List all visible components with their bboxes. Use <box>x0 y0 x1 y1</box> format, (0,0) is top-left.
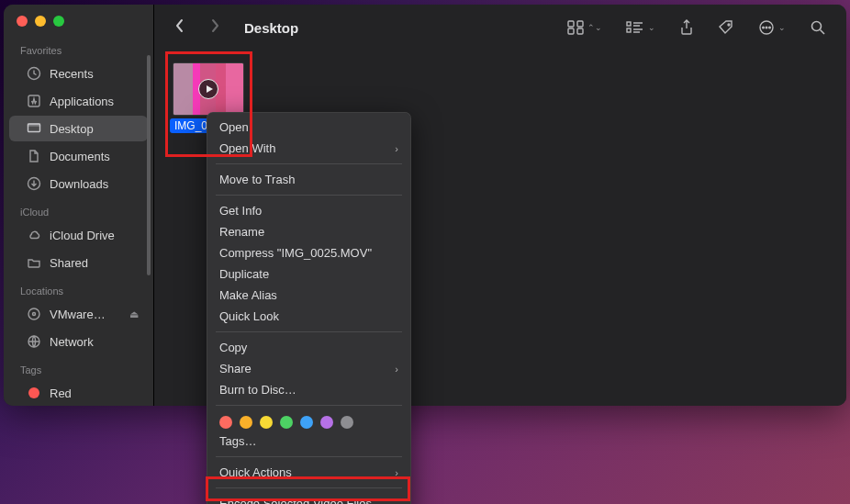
menu-make-alias[interactable]: Make Alias <box>207 285 411 306</box>
context-menu: Open Open With› Move to Trash Get Info R… <box>207 112 411 504</box>
sidebar-item-tag-red[interactable]: Red <box>9 380 148 406</box>
menu-compress[interactable]: Compress "IMG_0025.MOV" <box>207 242 411 263</box>
svg-point-15 <box>760 21 773 34</box>
download-icon <box>26 175 42 192</box>
toolbar: Desktop ⌃⌄ ⌄ ⌄ <box>154 5 846 50</box>
svg-point-0 <box>28 68 40 80</box>
back-button[interactable] <box>169 16 191 40</box>
menu-burn[interactable]: Burn to Disc… <box>207 379 411 400</box>
menu-tags[interactable]: Tags… <box>207 431 411 452</box>
svg-point-4 <box>28 178 40 190</box>
menu-separator <box>216 487 402 488</box>
sidebar-item-recents[interactable]: Recents <box>9 61 148 86</box>
tag-color-swatch[interactable] <box>300 416 313 429</box>
share-button[interactable] <box>674 16 699 39</box>
tag-color-swatch[interactable] <box>240 416 252 429</box>
tag-color-swatch[interactable] <box>260 416 273 429</box>
menu-separator <box>216 163 402 164</box>
sidebar-item-label: Red <box>50 386 72 400</box>
window-controls <box>4 12 153 36</box>
clock-icon <box>26 65 42 82</box>
menu-rename[interactable]: Rename <box>207 221 411 242</box>
chevron-updown-icon: ⌃⌄ <box>587 23 602 32</box>
menu-copy[interactable]: Copy <box>207 337 411 358</box>
tags-button[interactable] <box>712 16 740 39</box>
tag-color-swatch[interactable] <box>219 416 232 429</box>
folder-shared-icon <box>26 254 42 271</box>
more-button[interactable]: ⌄ <box>753 16 791 39</box>
finder-window: Favorites Recents Applications Desktop D… <box>4 5 846 406</box>
svg-rect-2 <box>28 124 40 132</box>
menu-tag-colors <box>207 410 411 431</box>
tag-color-swatch[interactable] <box>341 416 353 429</box>
view-mode-button[interactable]: ⌃⌄ <box>562 17 608 39</box>
sidebar-item-network[interactable]: Network <box>9 329 148 354</box>
menu-get-info[interactable]: Get Info <box>207 200 411 221</box>
cloud-icon <box>26 227 42 243</box>
forward-button[interactable] <box>204 16 226 40</box>
menu-share[interactable]: Share› <box>207 358 411 379</box>
search-button[interactable] <box>804 16 832 39</box>
svg-rect-9 <box>577 21 583 27</box>
sidebar-item-documents[interactable]: Documents <box>9 143 148 169</box>
sidebar-item-vmware[interactable]: VMware… ⏏ <box>9 301 148 327</box>
menu-separator <box>216 456 402 457</box>
svg-point-5 <box>28 308 39 319</box>
sidebar-item-shared[interactable]: Shared <box>9 250 148 275</box>
tag-red-icon <box>26 385 42 401</box>
close-button[interactable] <box>17 16 28 27</box>
doc-icon <box>26 148 42 164</box>
sidebar-item-desktop[interactable]: Desktop <box>9 116 148 141</box>
svg-rect-13 <box>627 28 631 32</box>
tag-color-swatch[interactable] <box>280 416 293 429</box>
chevron-right-icon: › <box>395 143 398 154</box>
tag-color-swatch[interactable] <box>320 416 333 429</box>
sidebar-scrollbar[interactable] <box>147 55 151 275</box>
chevron-right-icon: › <box>395 364 398 375</box>
sidebar-item-label: Shared <box>50 256 88 270</box>
sidebar-item-applications[interactable]: Applications <box>9 88 148 114</box>
chevron-right-icon: › <box>395 467 398 478</box>
menu-encode-video[interactable]: Encode Selected Video Files <box>207 493 411 504</box>
group-by-button[interactable]: ⌄ <box>621 17 661 38</box>
svg-rect-11 <box>577 28 583 34</box>
file-thumbnail[interactable] <box>173 63 243 115</box>
menu-quick-actions[interactable]: Quick Actions› <box>207 462 411 483</box>
fullscreen-button[interactable] <box>53 16 64 27</box>
globe-icon <box>26 333 42 350</box>
svg-rect-12 <box>627 22 631 26</box>
svg-point-17 <box>766 27 767 28</box>
svg-point-16 <box>763 27 765 28</box>
svg-rect-8 <box>568 21 574 27</box>
section-icloud: iCloud <box>4 197 153 221</box>
svg-rect-1 <box>28 95 39 106</box>
sidebar-item-label: Network <box>50 335 94 349</box>
section-favorites: Favorites <box>4 36 153 60</box>
disk-icon <box>26 306 42 322</box>
svg-point-18 <box>769 27 771 28</box>
menu-separator <box>216 331 402 332</box>
sidebar-item-downloads[interactable]: Downloads <box>9 171 148 196</box>
svg-rect-3 <box>28 124 40 126</box>
eject-icon[interactable]: ⏏ <box>129 308 139 320</box>
section-tags: Tags <box>4 355 153 379</box>
app-icon <box>26 93 42 109</box>
menu-separator <box>216 195 402 196</box>
menu-move-trash[interactable]: Move to Trash <box>207 169 411 190</box>
sidebar-item-label: iCloud Drive <box>50 229 115 242</box>
svg-point-6 <box>33 313 36 316</box>
menu-quick-look[interactable]: Quick Look <box>207 306 411 327</box>
menu-open[interactable]: Open <box>207 117 411 138</box>
svg-point-19 <box>812 22 822 31</box>
menu-open-with[interactable]: Open With› <box>207 138 411 159</box>
desktop-icon <box>26 120 42 137</box>
minimize-button[interactable] <box>35 16 46 27</box>
sidebar-item-icloud-drive[interactable]: iCloud Drive <box>9 222 148 248</box>
svg-point-7 <box>28 336 39 347</box>
chevron-down-icon: ⌄ <box>778 23 786 32</box>
sidebar-item-label: Desktop <box>50 122 94 136</box>
sidebar-item-label: Recents <box>50 67 94 81</box>
menu-duplicate[interactable]: Duplicate <box>207 263 411 285</box>
sidebar-item-label: Downloads <box>50 177 108 191</box>
sidebar-item-label: Documents <box>50 150 110 163</box>
